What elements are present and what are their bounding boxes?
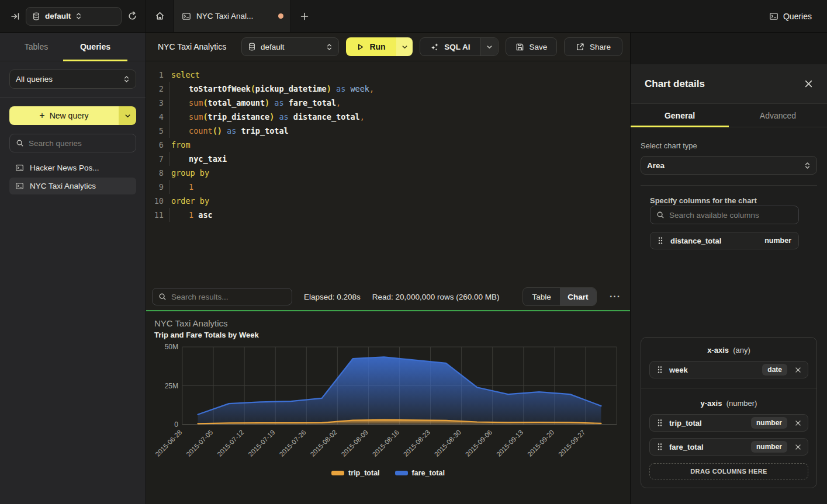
code-line: 1 asc bbox=[171, 208, 630, 222]
x-axis-header: x-axis (any) bbox=[649, 345, 808, 354]
code-line: group by bbox=[171, 166, 630, 180]
home-tab[interactable] bbox=[146, 0, 173, 32]
new-tab-button[interactable] bbox=[291, 0, 318, 32]
new-query-dropdown[interactable] bbox=[119, 106, 136, 125]
query-list-item[interactable]: Hacker News Pos... bbox=[9, 159, 136, 176]
code-line: 1 bbox=[171, 180, 630, 194]
new-query-main[interactable]: + New query bbox=[9, 106, 119, 125]
database-selector-value: default bbox=[45, 12, 71, 20]
chart-type-label: Select chart type bbox=[641, 141, 817, 150]
sidebar-tab-tables[interactable]: Tables bbox=[9, 33, 63, 61]
queries-button[interactable]: Queries bbox=[769, 12, 812, 21]
play-icon bbox=[357, 43, 364, 51]
code-line: sum(trip_distance) as distance_total, bbox=[171, 110, 630, 124]
remove-column-icon[interactable] bbox=[794, 419, 802, 427]
query-list-item-selected[interactable]: NYC Taxi Analytics bbox=[9, 178, 136, 194]
sql-ai-main[interactable]: SQL AI bbox=[420, 43, 480, 51]
terminal-icon bbox=[769, 12, 778, 21]
code-line: order by bbox=[171, 194, 630, 208]
tab-general[interactable]: General bbox=[631, 104, 729, 127]
close-icon[interactable] bbox=[804, 79, 813, 88]
sql-ai-dropdown[interactable] bbox=[480, 38, 498, 55]
database-icon bbox=[32, 12, 40, 20]
chart-panel: NYC Taxi Analytics Trip and Fare Totals … bbox=[146, 311, 630, 504]
axis-divider bbox=[641, 388, 816, 388]
sql-ai-button[interactable]: SQL AI bbox=[420, 37, 499, 56]
chart-title: NYC Taxi Analytics bbox=[154, 318, 228, 328]
sidebar-search[interactable] bbox=[9, 134, 136, 152]
x-axis-column-week[interactable]: week date bbox=[649, 361, 808, 378]
tab-advanced[interactable]: Advanced bbox=[729, 104, 827, 127]
results-search-input[interactable] bbox=[171, 293, 286, 301]
toolbar-actions: default Run bbox=[241, 37, 622, 56]
svg-text:2015-07-19: 2015-07-19 bbox=[247, 429, 276, 458]
new-query-button[interactable]: + New query bbox=[9, 106, 136, 125]
query-toolbar: NYC Taxi Analytics default bbox=[146, 33, 630, 61]
refresh-icon[interactable] bbox=[127, 11, 137, 21]
save-icon bbox=[515, 43, 524, 51]
results-search[interactable] bbox=[152, 288, 292, 305]
code-line: sum(total_amount) as fare_total, bbox=[171, 96, 630, 110]
svg-text:2015-09-27: 2015-09-27 bbox=[557, 429, 586, 458]
chart-details-tabs: General Advanced bbox=[631, 104, 827, 127]
available-column-distance-total[interactable]: distance_total number bbox=[650, 232, 799, 249]
columns-search[interactable] bbox=[650, 206, 799, 224]
chart-subtitle: Trip and Fare Totals by Week bbox=[154, 331, 259, 339]
search-icon bbox=[656, 211, 665, 219]
more-options-icon[interactable]: ··· bbox=[608, 291, 622, 302]
run-options-dropdown[interactable] bbox=[396, 37, 413, 56]
drag-handle-icon[interactable] bbox=[658, 237, 663, 245]
column-type: number bbox=[764, 237, 791, 245]
sidebar-divider bbox=[0, 98, 146, 98]
column-name: trip_total bbox=[669, 419, 745, 427]
column-type-badge: number bbox=[751, 441, 787, 453]
search-icon bbox=[158, 293, 167, 301]
tab-nyc-taxi-analytics[interactable]: NYC Taxi Anal... bbox=[173, 0, 291, 32]
columns-search-input[interactable] bbox=[669, 211, 793, 220]
legend-swatch bbox=[331, 471, 344, 475]
column-name: week bbox=[669, 366, 756, 374]
run-database-selector[interactable]: default bbox=[241, 37, 339, 56]
right-column: Chart details General Advanced Select ch… bbox=[630, 33, 827, 504]
sidebar-search-input[interactable] bbox=[29, 139, 130, 148]
drag-handle-icon[interactable] bbox=[657, 443, 663, 451]
remove-column-icon[interactable] bbox=[794, 366, 802, 374]
legend-item-fare_total[interactable]: fare_total bbox=[395, 469, 445, 477]
drag-handle-icon[interactable] bbox=[657, 366, 663, 374]
drag-columns-drop-zone[interactable]: DRAG COLUMNS HERE bbox=[649, 463, 808, 479]
sidebar-body: All queries + New query bbox=[0, 61, 146, 194]
database-selector[interactable]: default bbox=[26, 7, 122, 26]
sidebar-tab-queries[interactable]: Queries bbox=[63, 33, 127, 61]
axis-card: x-axis (any) week date bbox=[641, 337, 817, 488]
collapse-sidebar-icon[interactable] bbox=[11, 12, 20, 21]
view-tab-table[interactable]: Table bbox=[523, 288, 559, 305]
run-label: Run bbox=[369, 42, 385, 51]
code-line: toStartOfWeek(pickup_datetime) as week, bbox=[171, 82, 630, 96]
view-tab-chart[interactable]: Chart bbox=[560, 288, 596, 305]
sql-editor[interactable]: 1234567891011 selecttoStartOfWeek(pickup… bbox=[146, 61, 630, 283]
drag-handle-icon[interactable] bbox=[657, 419, 663, 427]
save-button[interactable]: Save bbox=[506, 37, 557, 56]
chart-details-content: Select chart type Area Specify columns f… bbox=[631, 127, 827, 504]
tab-strip: NYC Taxi Anal... bbox=[146, 0, 769, 32]
editor-code: selecttoStartOfWeek(pickup_datetime) as … bbox=[164, 68, 630, 283]
view-switcher: Table Chart bbox=[523, 287, 597, 306]
svg-text:2015-08-23: 2015-08-23 bbox=[402, 429, 431, 458]
y-axis-column-fare-total[interactable]: fare_total number bbox=[649, 438, 808, 456]
legend-label: trip_total bbox=[348, 469, 379, 477]
query-list: Hacker News Pos... NYC Taxi Analytics bbox=[9, 159, 136, 194]
query-filter-select[interactable]: All queries bbox=[9, 69, 136, 89]
share-button[interactable]: Share bbox=[564, 37, 622, 56]
run-button[interactable]: Run bbox=[346, 37, 413, 56]
sparkles-icon bbox=[430, 43, 439, 51]
y-axis-column-trip-total[interactable]: trip_total number bbox=[649, 414, 808, 432]
svg-text:25M: 25M bbox=[165, 382, 178, 390]
chart-type-select[interactable]: Area bbox=[641, 156, 817, 175]
run-button-main[interactable]: Run bbox=[346, 37, 396, 56]
remove-column-icon[interactable] bbox=[794, 443, 802, 451]
x-axis-hint: (any) bbox=[733, 346, 750, 354]
svg-text:2015-08-09: 2015-08-09 bbox=[340, 429, 369, 458]
legend-item-trip_total[interactable]: trip_total bbox=[331, 469, 379, 477]
legend-swatch bbox=[395, 471, 408, 475]
read-stat: Read: 20,000,000 rows (260.00 MB) bbox=[372, 293, 500, 301]
